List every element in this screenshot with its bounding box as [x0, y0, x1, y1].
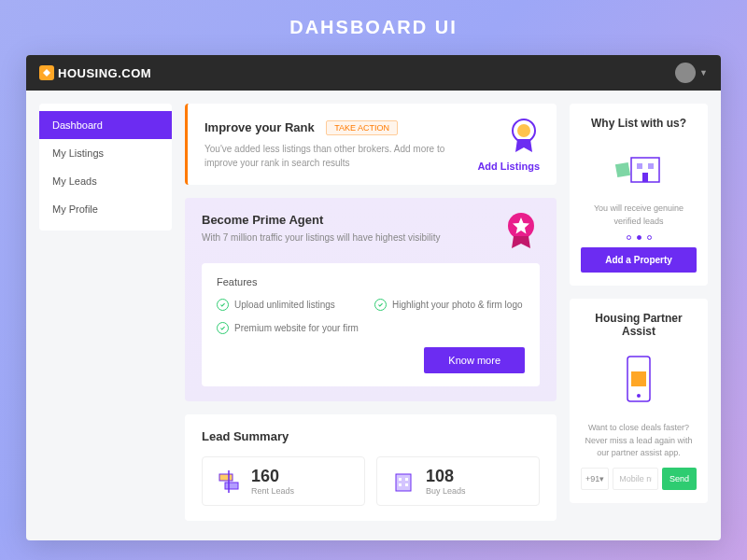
topbar: HOUSING.COM ▼ [26, 55, 721, 91]
svg-rect-4 [225, 483, 238, 489]
chevron-down-icon: ▼ [699, 68, 708, 77]
feature-item: Premium website for your firm [217, 322, 367, 334]
check-icon [217, 299, 229, 311]
know-more-button[interactable]: Know more [424, 347, 525, 373]
phone-illustration [620, 353, 657, 405]
svg-rect-8 [405, 478, 408, 481]
rent-leads-label: Rent Leads [251, 486, 294, 496]
avatar [675, 63, 696, 83]
feature-item: Highlight your photo & firm logo [374, 299, 525, 311]
lead-summary-title: Lead Summary [202, 429, 540, 443]
svg-rect-13 [648, 163, 654, 169]
sidebar-item-leads[interactable]: My Leads [39, 167, 172, 195]
main-content: Improve your Rank TAKE ACTION You've add… [185, 104, 557, 527]
svg-point-1 [517, 124, 530, 137]
check-icon [217, 322, 229, 334]
take-action-badge: TAKE ACTION [326, 120, 398, 135]
carousel-dots[interactable] [581, 235, 697, 240]
svg-rect-3 [219, 474, 233, 481]
why-list-card: Why List with us? You will receive genui… [570, 104, 708, 286]
svg-rect-10 [405, 483, 408, 486]
right-sidebar: Why List with us? You will receive genui… [570, 104, 708, 527]
country-code[interactable]: +91 ▾ [581, 468, 609, 490]
partner-text: Want to close deals faster? Never miss a… [581, 422, 697, 460]
svg-point-18 [637, 394, 641, 398]
buy-leads-box[interactable]: 108Buy Leads [376, 456, 540, 506]
prime-subtitle: With 7 million traffic your listings wil… [202, 232, 540, 243]
rent-leads-count: 160 [251, 467, 294, 486]
svg-rect-12 [637, 163, 642, 169]
user-menu[interactable]: ▼ [675, 63, 708, 83]
signpost-icon [216, 469, 242, 495]
svg-rect-7 [399, 478, 402, 481]
svg-rect-6 [396, 474, 411, 491]
mobile-input[interactable] [613, 468, 658, 490]
medal-icon [508, 117, 540, 156]
star-badge-icon [504, 211, 538, 252]
features-box: Features Upload unlimited listings Highl… [202, 263, 540, 386]
rank-title: Improve your Rank [204, 120, 315, 134]
app-window: HOUSING.COM ▼ Dashboard My Listings My L… [26, 55, 721, 540]
features-title: Features [217, 276, 525, 287]
house-illustration [611, 145, 667, 186]
add-property-button[interactable]: Add a Property [581, 247, 697, 273]
add-listings-link[interactable]: Add Listings [477, 161, 540, 172]
rank-card: Improve your Rank TAKE ACTION You've add… [185, 104, 557, 185]
svg-rect-15 [615, 162, 630, 177]
prime-title: Become Prime Agent [202, 213, 540, 227]
sidebar-item-profile[interactable]: My Profile [39, 195, 172, 223]
rent-leads-box[interactable]: 160Rent Leads [202, 456, 365, 506]
brand-icon [39, 65, 54, 80]
check-icon [374, 299, 387, 311]
buy-leads-count: 108 [426, 467, 466, 486]
buy-leads-label: Buy Leads [426, 486, 466, 496]
partner-title: Housing Partner Assist [581, 312, 697, 338]
partner-assist-card: Housing Partner Assist Want to close dea… [570, 299, 708, 503]
sidebar-item-listings[interactable]: My Listings [39, 139, 172, 167]
page-title: DAHSBOARD UI [0, 0, 747, 55]
why-list-text: You will receive genuine verified leads [581, 203, 697, 228]
svg-rect-17 [631, 371, 646, 386]
lead-summary-card: Lead Summary 160Rent Leads 108Buy Leads [185, 414, 557, 521]
sidebar: Dashboard My Listings My Leads My Profil… [39, 104, 172, 231]
rank-text: You've added less listings than other br… [204, 142, 466, 170]
svg-rect-14 [642, 173, 648, 182]
send-button[interactable]: Send [662, 468, 697, 490]
svg-rect-9 [399, 483, 402, 486]
building-icon [390, 469, 416, 495]
why-list-title: Why List with us? [581, 117, 697, 130]
feature-item: Upload unlimited listings [217, 299, 367, 311]
brand-logo[interactable]: HOUSING.COM [39, 65, 151, 80]
brand-text: HOUSING.COM [58, 66, 151, 80]
prime-agent-card: Become Prime Agent With 7 million traffi… [185, 198, 557, 401]
sidebar-item-dashboard[interactable]: Dashboard [39, 111, 172, 139]
